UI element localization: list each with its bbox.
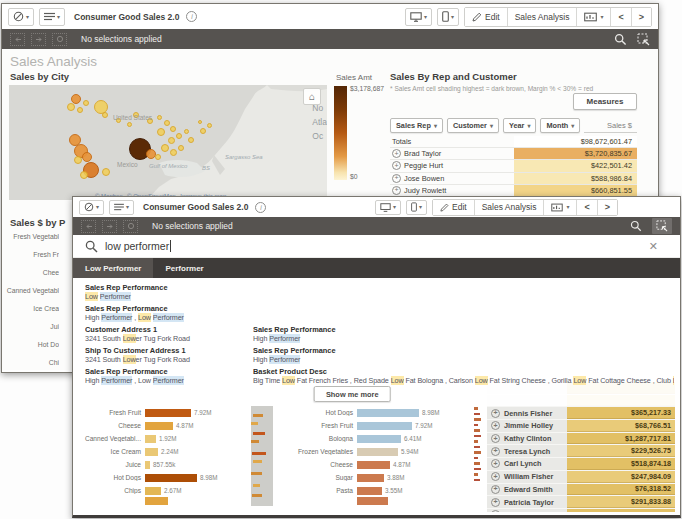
measures-button[interactable]: Measures [573,93,637,110]
bar-row[interactable]: Cheese4.87M [283,458,471,471]
dimension-filter-sales-rep[interactable]: Sales Rep▾ [390,118,443,133]
search-result-row[interactable]: Customer Address 13241 South Lower Tug F… [85,325,680,344]
bar-row[interactable]: Hot Dogs8.98M [283,406,471,419]
map-bubble[interactable] [83,100,89,106]
selections-forward-icon[interactable] [31,33,46,46]
device-desktop-button[interactable]: ▾ [375,200,401,215]
storytelling-button[interactable]: ▾ [544,200,577,215]
map-bubble[interactable] [176,133,182,139]
prev-sheet-button[interactable]: < [611,8,631,26]
global-menu-button[interactable]: ▾ [8,8,34,26]
smart-search-icon[interactable] [630,220,642,232]
table-row[interactable]: +Brad Taylor$3,720,835.67 [390,148,637,160]
device-mobile-button[interactable]: ▾ [437,8,459,26]
expand-plus-icon[interactable]: + [491,498,500,507]
expand-plus-icon[interactable]: + [491,434,500,443]
selections-tool-icon[interactable] [652,218,672,234]
map-bubble[interactable] [170,149,177,156]
bar-row[interactable]: Cheese4.87M [77,419,249,432]
table-row[interactable]: Totals$98,672,601.47 [390,136,637,148]
bar-row[interactable]: Hot Dogs8.98M [77,471,249,484]
map-bubble[interactable] [200,128,206,134]
device-desktop-button[interactable]: ▾ [405,8,432,26]
map-bubble[interactable] [67,103,75,111]
expand-plus-icon[interactable]: + [392,149,401,158]
dimension-filter-month[interactable]: Month▾ [540,118,580,133]
info-icon[interactable]: i [255,202,266,213]
table-row[interactable]: +Peggie Hurt$422,501.42 [390,160,637,172]
search-result-row[interactable]: Sales Rep PerformanceLow Performer [85,283,680,302]
expand-plus-icon[interactable]: + [491,459,500,468]
map-bubble[interactable] [77,107,83,113]
map-bubble[interactable] [157,128,165,136]
storytelling-button[interactable]: ▾ [577,8,611,26]
sales-column-header[interactable]: Sales $ [584,118,637,133]
expand-plus-icon[interactable]: + [491,510,500,512]
expand-plus-icon[interactable]: + [491,447,500,456]
app-options-button[interactable]: ▾ [39,8,65,26]
app-options-button[interactable]: ▾ [109,200,134,215]
smart-search-input[interactable]: low performer ✕ [73,235,680,258]
expand-plus-icon[interactable]: + [392,161,401,170]
selections-back-icon[interactable] [10,33,25,46]
device-mobile-button[interactable]: ▾ [406,200,427,215]
map-bubble[interactable] [127,122,132,127]
expand-plus-icon[interactable]: + [491,409,500,418]
bar-row[interactable]: Frozen Vegetables5.94M [283,445,471,458]
info-icon[interactable]: i [186,11,197,22]
search-tab-performer[interactable]: Performer [153,258,215,278]
expand-plus-icon[interactable]: + [392,174,401,183]
map-bubble[interactable] [161,144,169,152]
bar-row[interactable]: Ice Cream2.24M [77,445,249,458]
map-bubble[interactable] [102,112,108,118]
map-bubble[interactable] [184,129,189,134]
table-row[interactable]: +Jimmie Holley$68,766.51 [487,420,675,433]
table-row[interactable]: +Jose Bowen$588,986.84 [390,173,637,185]
map-bubble[interactable] [207,123,212,128]
edit-button[interactable]: Edit [433,200,475,215]
map-sales-by-city[interactable]: United States Mexico Gulf of Mexico Sarg… [9,85,327,200]
table-row[interactable]: +Patricia Taylor$291,833.88 [487,496,675,509]
expand-plus-icon[interactable]: + [491,421,500,430]
next-sheet-button[interactable]: > [632,8,651,26]
show-more-button[interactable]: Show me more [314,386,391,402]
close-search-icon[interactable]: ✕ [649,240,658,253]
map-bubble[interactable] [198,120,202,124]
map-bubble[interactable] [170,126,176,132]
map-bubble[interactable] [164,120,170,126]
dimension-filter-year[interactable]: Year▾ [503,118,536,133]
table-row[interactable]: +Edward Smith$76,318.52 [487,484,675,497]
bar-row[interactable]: Canned Vegetabl...1.92M [77,432,249,445]
selections-forward-icon[interactable] [102,220,117,233]
search-result-row[interactable]: Ship To Customer Address 13241 South Low… [85,346,680,365]
smart-search-icon[interactable] [614,33,627,46]
map-bubble[interactable] [157,115,162,120]
search-result-row[interactable]: Sales Rep PerformanceHigh Performer , Lo… [85,367,680,386]
sheet-selector[interactable]: Sales Analysis [475,200,545,215]
expand-plus-icon[interactable]: + [491,485,500,494]
table-row[interactable]: +Dennis Fisher$365,217.33 [487,407,675,420]
bar-row[interactable]: Pasta3.55M [283,484,471,497]
next-sheet-button[interactable]: > [598,200,617,215]
global-menu-button[interactable]: ▾ [79,200,104,215]
prev-sheet-button[interactable]: < [577,200,597,215]
clear-selections-icon[interactable] [123,220,138,233]
table-row[interactable]: +William Fisher$247,984.09 [487,471,675,484]
edit-button[interactable]: Edit [465,8,508,26]
selections-back-icon[interactable] [81,220,96,233]
map-bubble[interactable] [168,137,175,144]
expand-plus-icon[interactable]: + [392,186,401,195]
table-row[interactable]: +Kathy Clinton$1,287,717.81 [487,433,675,446]
bar-row[interactable]: Bologna6.41M [283,432,471,445]
table-row[interactable]: +Carl Lynch$518,874.18 [487,458,675,471]
map-bubble[interactable] [74,156,82,164]
map-home-icon[interactable]: ⌂ [303,88,321,105]
map-bubble[interactable] [82,152,92,162]
expand-plus-icon[interactable]: + [491,472,500,481]
clear-selections-icon[interactable] [52,33,67,46]
search-tab-low-performer[interactable]: Low Performer [73,258,153,278]
bar-row[interactable]: Sugar3.88M [283,471,471,484]
map-bubble[interactable] [188,137,194,143]
dimension-filter-customer[interactable]: Customer▾ [447,118,499,133]
map-bubble[interactable] [80,171,88,179]
